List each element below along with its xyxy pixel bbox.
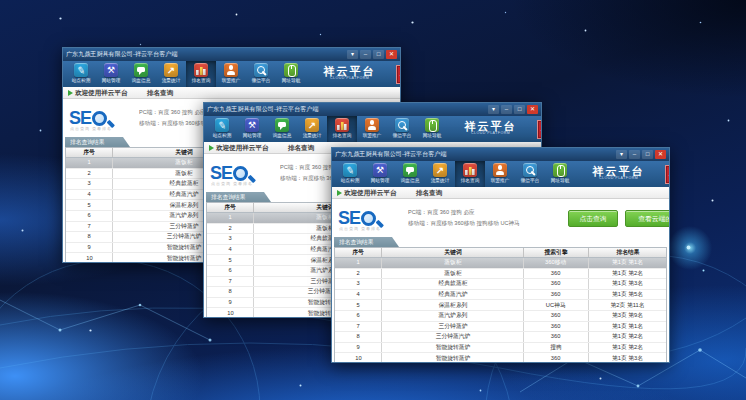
close-button[interactable]: ✕ [527, 105, 538, 114]
seo-logo: SE 点击查询 查看排名 [338, 209, 400, 227]
tab-ranking-results[interactable]: 排名查询结果 [334, 237, 399, 247]
minimize-button[interactable]: – [360, 50, 371, 59]
toolbar-items: 站点检测 网站管理 询盘信息 流量统计 [335, 161, 575, 187]
toolbar-item[interactable]: 联盟推广 [357, 116, 387, 142]
minimize-button[interactable]: – [501, 105, 512, 114]
toolbar-item[interactable]: 流量统计 [425, 161, 455, 187]
table-row[interactable]: 6 蒸汽炉系列 360 第3页 第9名 [335, 311, 666, 322]
tools-icon [373, 163, 387, 177]
toolbar-item[interactable]: 流量统计 [156, 61, 186, 87]
cell-no: 8 [228, 289, 231, 295]
seo-tagline: 点击查询 查看排名 [211, 181, 253, 187]
cell-rank: 第1页 第2名 [612, 333, 643, 341]
view-cloud-ranking-button[interactable]: 查看云端的排名 [625, 210, 670, 227]
table-row[interactable]: 7 三分钟蒸炉 360 第1页 第1名 [335, 322, 666, 333]
toolbar-item-label: 站点检测 [213, 132, 232, 138]
tab-ranking-results[interactable]: 排名查询结果 [65, 137, 130, 147]
toolbar-item[interactable]: 询盘信息 [267, 116, 297, 142]
table-row[interactable]: 4 经典蒸汽炉 360 第1页 第5名 [335, 290, 666, 301]
close-button[interactable]: ✕ [386, 50, 397, 59]
seo-tagline: 点击查询 查看排名 [339, 226, 381, 232]
cell-engine: 360 [551, 313, 561, 319]
toolbar-item[interactable]: 网址导航 [276, 61, 306, 87]
toolbar-item[interactable]: 排名查询 [327, 116, 357, 142]
table-row[interactable]: 1 蒸饭柜 360移动 第1页 第1名 [335, 258, 666, 269]
toolbar-item[interactable]: 站点检测 [66, 61, 96, 87]
cell-no: 2 [356, 270, 359, 276]
table-row[interactable]: 8 三分钟蒸汽炉 360 第1页 第2名 [335, 332, 666, 343]
cell-keyword: 蒸饭柜 [175, 169, 192, 177]
maximize-button[interactable]: □ [514, 105, 525, 114]
cell-rank: 第1页 第1名 [612, 322, 643, 330]
toolbar-item[interactable]: 网址导航 [545, 161, 575, 187]
toolbar-item[interactable]: 联盟推广 [216, 61, 246, 87]
cell-no: 10 [86, 255, 92, 261]
cell-rank: 第1页 第5名 [612, 291, 643, 299]
brand-name: 祥云平台 [447, 121, 534, 132]
toolbar-item-label: 微信平台 [252, 77, 271, 83]
toolbar-item[interactable]: 排名查询 [186, 61, 216, 87]
table-row[interactable]: 3 经典款蒸柜 360 第1页 第3名 [335, 279, 666, 290]
cell-keyword: 三分钟蒸汽炉 [435, 333, 470, 341]
main-toolbar: 站点检测 网站管理 询盘信息 流量统计 [204, 116, 541, 142]
toolbar-item[interactable]: 网站管理 [237, 116, 267, 142]
toolbar-item[interactable]: 微信平台 [387, 116, 417, 142]
toolbar-item[interactable]: 询盘信息 [126, 61, 156, 87]
skin-button[interactable]: ▾ [488, 105, 499, 114]
table-row[interactable]: 2 蒸饭柜 360 第1页 第2名 [335, 269, 666, 280]
query-button[interactable]: 点击查询 [568, 210, 618, 227]
cell-no: 5 [87, 202, 90, 208]
cell-keyword: 智能旋转蒸炉 [166, 254, 201, 262]
toolbar-item-label: 网站管理 [243, 132, 262, 138]
cell-no: 1 [356, 260, 359, 266]
toolbar-item[interactable]: 联盟推广 [485, 161, 515, 187]
pencil-icon [343, 163, 357, 177]
toolbar-item[interactable]: 网站管理 [365, 161, 395, 187]
table-row[interactable]: 9 智能旋转蒸炉 搜狗 第1页 第2名 [335, 343, 666, 354]
skin-button[interactable]: ▾ [616, 150, 627, 159]
brand-subtitle: CLOUD PLATFORM [330, 77, 369, 80]
toolbar-item-label: 排名查询 [461, 177, 480, 183]
toolbar-item[interactable]: 微信平台 [515, 161, 545, 187]
toolbar-item[interactable]: 询盘信息 [395, 161, 425, 187]
window-titlebar[interactable]: 广东九鼎王厨具有限公司-祥云平台客户端 ▾ – □ ✕ [204, 103, 541, 116]
linechart-icon [433, 163, 447, 177]
cell-engine: 360 [551, 334, 561, 340]
brand-subtitle: CLOUD PLATFORM [599, 177, 638, 180]
cell-no: 8 [356, 334, 359, 340]
toolbar-item[interactable]: 站点检测 [335, 161, 365, 187]
close-button[interactable]: ✕ [655, 150, 666, 159]
toolbar-item-label: 网站管理 [102, 77, 121, 83]
cell-no: 6 [228, 268, 231, 274]
toolbar-item[interactable]: 排名查询 [455, 161, 485, 187]
brand-logo: 祥云平台 CLOUD PLATFORM 祥 [306, 61, 401, 87]
table-row[interactable]: 5 保温柜系列 UC神马 第2页 第11名 [335, 300, 666, 311]
toolbar-item[interactable]: 微信平台 [246, 61, 276, 87]
pencil-icon [215, 118, 229, 132]
cell-no: 10 [355, 355, 361, 361]
toolbar-item-label: 流量统计 [162, 77, 181, 83]
toolbar-item[interactable]: 流量统计 [297, 116, 327, 142]
window-titlebar[interactable]: 广东九鼎王厨具有限公司-祥云平台客户端 ▾ – □ ✕ [332, 148, 669, 161]
table-row[interactable]: 10 智能旋转蒸炉 360 第1页 第3名 [335, 353, 666, 363]
cell-engine: 360移动 [545, 259, 566, 267]
maximize-button[interactable]: □ [642, 150, 653, 159]
minimize-button[interactable]: – [629, 150, 640, 159]
window-titlebar[interactable]: 广东九鼎王厨具有限公司-祥云平台客户端 ▾ – □ ✕ [63, 48, 400, 61]
table-header: 序号 关键词 搜索引擎 排名结果 [335, 248, 666, 258]
tab-ranking-results[interactable]: 排名查询结果 [206, 192, 271, 202]
window-controls: ▾ – □ ✕ [616, 150, 666, 159]
cell-keyword: 蒸饭柜 [444, 269, 461, 277]
maximize-button[interactable]: □ [373, 50, 384, 59]
cell-no: 4 [228, 246, 231, 252]
toolbar-item[interactable]: 网站管理 [96, 61, 126, 87]
toolbar-item[interactable]: 站点检测 [207, 116, 237, 142]
magnifier-o-icon [233, 166, 248, 181]
skin-button[interactable]: ▾ [347, 50, 358, 59]
cell-keyword: 蒸饭柜 [444, 259, 461, 267]
toolbar-item[interactable]: 网址导航 [417, 116, 447, 142]
seo-logo: SE 点击查询 查看排名 [210, 164, 272, 182]
cell-rank: 第1页 第2名 [612, 269, 643, 277]
cell-no: 10 [227, 310, 233, 316]
magnifier-o-icon [92, 111, 107, 126]
